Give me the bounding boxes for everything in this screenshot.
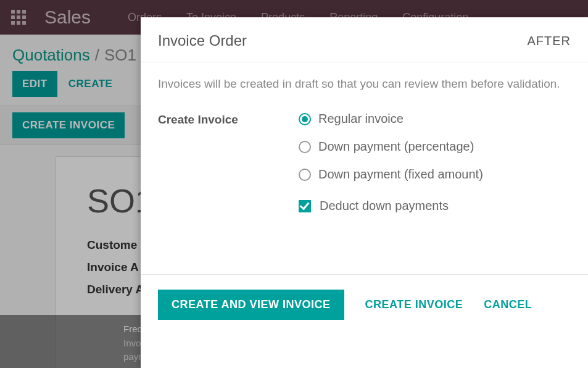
modal-body: Invoices will be created in draft so tha… <box>141 62 588 228</box>
radio-down-pct-label: Down payment (percentage) <box>318 140 474 154</box>
radio-regular-label: Regular invoice <box>318 112 404 126</box>
options-container: Regular invoice Down payment (percentage… <box>299 112 483 213</box>
create-and-view-invoice-button[interactable]: CREATE AND VIEW INVOICE <box>158 290 344 320</box>
create-invoice-modal-button[interactable]: CREATE INVOICE <box>365 298 463 311</box>
radio-icon <box>299 169 311 181</box>
modal-title: Invoice Order <box>158 32 247 49</box>
radio-regular-invoice[interactable]: Regular invoice <box>299 112 483 126</box>
modal-header: Invoice Order AFTER <box>141 17 588 62</box>
modal-badge: AFTER <box>527 34 571 48</box>
create-invoice-label: Create Invoice <box>158 112 299 127</box>
radio-down-fixed-label: Down payment (fixed amount) <box>318 167 483 182</box>
invoice-order-modal: Invoice Order AFTER Invoices will be cre… <box>141 17 588 368</box>
modal-footer: CREATE AND VIEW INVOICE CREATE INVOICE C… <box>141 274 588 335</box>
cancel-button[interactable]: CANCEL <box>484 298 532 311</box>
radio-down-payment-fixed[interactable]: Down payment (fixed amount) <box>299 167 483 182</box>
radio-down-payment-percentage[interactable]: Down payment (percentage) <box>299 140 483 154</box>
invoice-type-radio-group: Regular invoice Down payment (percentage… <box>299 112 483 182</box>
deduct-label: Deduct down payments <box>320 199 449 213</box>
deduct-down-payments-checkbox[interactable]: Deduct down payments <box>299 199 483 213</box>
create-invoice-row: Create Invoice Regular invoice Down paym… <box>158 112 571 213</box>
modal-description: Invoices will be created in draft so tha… <box>158 77 571 91</box>
checkbox-icon <box>299 200 311 212</box>
radio-icon <box>299 141 311 153</box>
radio-icon <box>299 113 311 125</box>
